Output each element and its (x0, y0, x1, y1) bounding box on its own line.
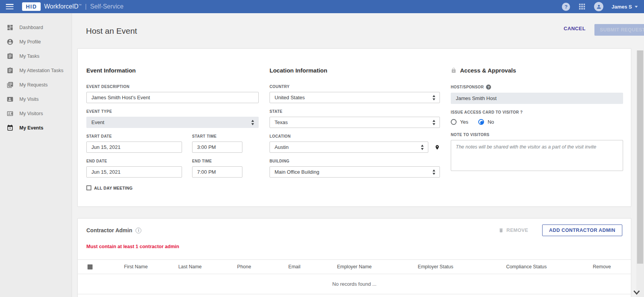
unfold-arrows-icon (251, 120, 254, 125)
sidebar-item-my-visitors[interactable]: My Visitors (0, 106, 72, 121)
user-menu[interactable]: James S (611, 4, 638, 10)
end-time-input[interactable] (192, 166, 242, 178)
issue-card-yes-radio[interactable]: Yes (451, 119, 468, 125)
chevron-down-icon (635, 6, 638, 8)
location-select[interactable]: Austin (270, 142, 428, 153)
sidebar-item-my-visits[interactable]: My Visits (0, 92, 72, 106)
state-select[interactable]: Texas (270, 117, 440, 128)
app-subtitle: Self-Service (90, 3, 124, 10)
user-avatar-icon[interactable] (594, 2, 603, 11)
all-day-meeting-checkbox[interactable]: ALL DAY MEETING (86, 185, 259, 190)
validation-error-message: Must contain at least 1 contractor admin (86, 244, 622, 249)
start-date-label: START DATE (86, 134, 182, 138)
access-approvals-heading: Access & Approvals (460, 67, 516, 74)
contractor-admin-card: Contractor Admin i REMOVE ADD CONTRACTOR… (77, 218, 631, 297)
cancel-button[interactable]: CANCEL (561, 25, 588, 32)
dashboard-icon (7, 24, 14, 31)
apps-grid-icon[interactable] (578, 3, 586, 10)
event-type-select[interactable]: Event (86, 117, 259, 128)
host-sponsor-help-icon[interactable]: ? (486, 85, 491, 90)
event-information-heading: Event Information (86, 67, 259, 74)
column-header-compliance-status: Compliance Status (480, 264, 573, 269)
scrollbar-thumb[interactable] (637, 50, 643, 264)
event-description-label: EVENT DESCRIPTION (86, 85, 259, 89)
column-header-last-name: Last Name (163, 264, 217, 269)
radio-unselected-icon (451, 119, 457, 125)
help-icon[interactable]: ? (562, 3, 570, 11)
column-header-employer-name: Employer Name (318, 264, 391, 269)
sidebar-nav: Dashboard My Profile My Tasks My Attesta… (0, 13, 72, 297)
unfold-arrows-icon (432, 95, 436, 100)
location-information-column: Location Information COUNTRY United Stat… (270, 67, 440, 206)
submit-request-button[interactable]: SUBMIT REQUEST (594, 24, 644, 36)
column-header-employer-status: Employer Status (391, 264, 480, 269)
sidebar-item-my-events[interactable]: My Events (0, 121, 72, 135)
top-app-bar: HID WorkforceID™ | Self-Service ? James … (0, 0, 644, 13)
column-header-first-name: First Name (109, 264, 163, 269)
map-pin-icon[interactable] (434, 143, 440, 152)
issue-card-no-radio[interactable]: No (478, 119, 494, 125)
host-sponsor-label: HOST/SPONSOR (451, 85, 484, 89)
radio-selected-icon (478, 119, 484, 125)
lock-icon (451, 67, 457, 73)
contractor-admin-heading: Contractor Admin (86, 227, 132, 233)
event-type-label: EVENT TYPE (86, 109, 259, 114)
event-form-card: Event Information EVENT DESCRIPTION EVEN… (77, 48, 631, 207)
country-label: COUNTRY (270, 85, 440, 89)
app-title: WorkforceID™ | Self-Service (44, 3, 124, 10)
select-all-checkbox[interactable] (88, 264, 93, 269)
calendar-icon (7, 124, 14, 131)
country-select[interactable]: United States (270, 92, 440, 103)
note-to-visitors-textarea[interactable] (451, 140, 623, 171)
visitor-badge-icon (7, 110, 14, 117)
clipboard-icon (7, 53, 14, 60)
state-label: STATE (270, 109, 440, 114)
location-information-heading: Location Information (270, 67, 440, 74)
building-label: BUILDING (270, 159, 440, 163)
main-content: Host an Event CANCEL SUBMIT REQUEST Even… (72, 13, 644, 297)
location-label: LOCATION (270, 134, 440, 138)
info-icon[interactable]: i (136, 228, 141, 233)
person-icon (7, 38, 14, 45)
start-time-label: START TIME (192, 134, 242, 138)
clipboard-check-icon (7, 67, 14, 74)
checkbox-icon (86, 185, 91, 190)
host-sponsor-input[interactable] (451, 93, 623, 104)
contact-card-icon (7, 96, 14, 103)
user-name: James S (611, 4, 632, 10)
unfold-arrows-icon (432, 120, 436, 125)
documents-icon (7, 81, 14, 88)
hamburger-menu-icon[interactable] (6, 4, 14, 9)
column-header-phone: Phone (217, 264, 271, 269)
sidebar-item-my-tasks[interactable]: My Tasks (0, 49, 72, 63)
page-title: Host an Event (86, 26, 137, 36)
scroll-down-chevron-icon[interactable] (633, 290, 641, 295)
end-date-input[interactable] (86, 166, 182, 178)
hid-logo: HID (22, 2, 41, 11)
sidebar-item-my-attestation-tasks[interactable]: My Attestation Tasks (0, 63, 72, 78)
empty-table-message: No records found ... (78, 274, 631, 294)
trash-icon (498, 228, 504, 233)
note-to-visitors-label: NOTE TO VISITORS (451, 133, 623, 137)
sidebar-item-my-profile[interactable]: My Profile (0, 35, 72, 49)
event-information-column: Event Information EVENT DESCRIPTION EVEN… (86, 67, 259, 206)
vertical-scrollbar[interactable] (636, 50, 644, 297)
remove-button[interactable]: REMOVE (496, 227, 531, 233)
unfold-arrows-icon (432, 169, 436, 175)
trademark-symbol: ™ (79, 3, 82, 7)
access-approvals-column: Access & Approvals HOST/SPONSOR ? ISSUE … (451, 67, 623, 206)
page-header: Host an Event (77, 13, 631, 48)
sidebar-item-dashboard[interactable]: Dashboard (0, 20, 72, 35)
unfold-arrows-icon (421, 145, 424, 150)
column-header-email: Email (271, 264, 318, 269)
start-date-input[interactable] (86, 142, 182, 153)
column-header-remove: Remove (573, 264, 631, 269)
event-description-input[interactable] (86, 92, 259, 103)
end-date-label: END DATE (86, 159, 182, 163)
title-separator: | (85, 3, 87, 10)
start-time-input[interactable] (192, 142, 242, 153)
sidebar-item-my-requests[interactable]: My Requests (0, 78, 72, 92)
building-select[interactable]: Main Office Building (270, 166, 440, 178)
add-contractor-admin-button[interactable]: ADD CONTRACTOR ADMIN (542, 224, 622, 236)
issue-access-card-label: ISSUE ACCESS CARD TO VISITOR ? (451, 110, 623, 114)
